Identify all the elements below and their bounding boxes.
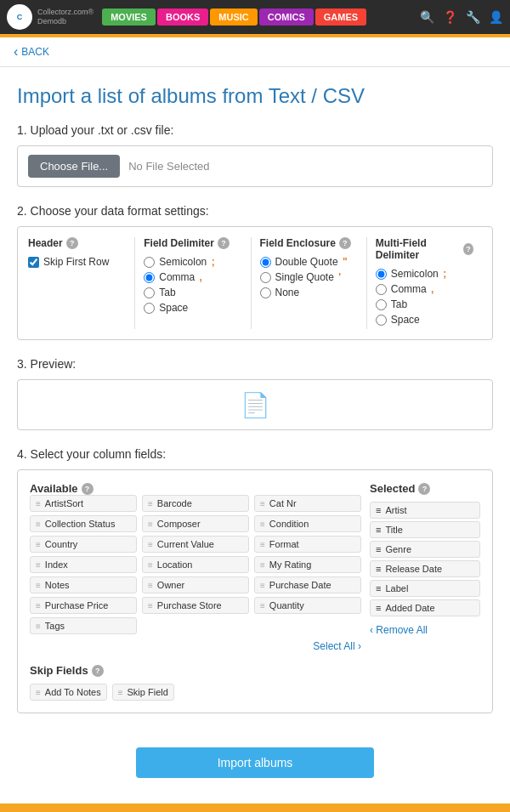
drag-icon: ≡ [36, 581, 41, 590]
list-item[interactable]: ≡Add To Notes [30, 684, 107, 701]
footer: Collectorz.com Connect © Copyright 2000-… [0, 803, 510, 812]
nav-tab-movies[interactable]: MOVIES [102, 9, 156, 26]
multi-field-delimiter-title: Multi-Field Delimiter ? [376, 237, 473, 261]
preview-area: 📄 [17, 379, 493, 430]
main-content: Import a list of albums from Text / CSV … [0, 67, 510, 803]
choose-file-button[interactable]: Choose File... [28, 155, 120, 178]
remove-all-link[interactable]: ‹ Remove All [370, 619, 480, 636]
nav-tab-comics[interactable]: COMICS [259, 9, 314, 26]
skip-fields-help-icon[interactable]: ? [92, 665, 104, 677]
available-label: Available ? [30, 482, 361, 495]
drag-icon: ≡ [148, 601, 153, 610]
available-col-1: ≡ArtistSort ≡Collection Status ≡Country … [30, 495, 137, 634]
multi-semicolon[interactable]: Semicolon ; [376, 268, 473, 280]
list-item[interactable]: ≡ArtistSort [30, 495, 137, 512]
back-link[interactable]: BACK [0, 37, 510, 67]
list-item[interactable]: ≡Title [370, 521, 480, 538]
list-item[interactable]: ≡Label [370, 580, 480, 597]
db-name: Demodb [37, 17, 94, 26]
list-item[interactable]: ≡Owner [142, 576, 249, 593]
list-item[interactable]: ≡Skip Field [112, 684, 174, 701]
list-item[interactable]: ≡Purchase Price [30, 597, 137, 614]
drag-icon: ≡ [376, 603, 381, 613]
nav-tabs: MOVIES BOOKS MUSIC COMICS GAMES [102, 9, 420, 26]
multi-field-help-icon[interactable]: ? [463, 243, 473, 255]
logo-text: Collectorz.com® Demodb [37, 8, 94, 26]
drag-icon: ≡ [148, 560, 153, 570]
list-item[interactable]: ≡Artist [370, 502, 480, 519]
list-item[interactable]: ≡Index [30, 556, 137, 573]
select-all-link[interactable]: Select All › [313, 640, 361, 652]
field-delimiter-title: Field Delimiter ? [144, 237, 241, 249]
page-title: Import a list of albums from Text / CSV [17, 84, 493, 108]
skip-fields-section: Skip Fields ? ≡Add To Notes ≡Skip Field [30, 664, 480, 701]
field-delimiter-help-icon[interactable]: ? [218, 237, 230, 249]
enclosure-double-quote[interactable]: Double Quote " [260, 256, 358, 268]
multi-tab[interactable]: Tab [376, 298, 473, 310]
drag-icon: ≡ [36, 601, 41, 610]
drag-icon: ≡ [376, 583, 381, 593]
list-item[interactable]: ≡Release Date [370, 560, 480, 577]
list-item[interactable]: ≡Cat Nr [254, 495, 361, 512]
import-albums-button[interactable]: Import albums [136, 747, 374, 778]
available-col-3: ≡Cat Nr ≡Condition ≡Format ≡My Rating ≡P… [254, 495, 361, 634]
delimiter-comma[interactable]: Comma , [144, 271, 241, 283]
available-help-icon[interactable]: ? [82, 483, 94, 495]
list-item[interactable]: ≡Composer [142, 515, 249, 532]
nav-tab-music[interactable]: MUSIC [210, 9, 257, 26]
drag-icon: ≡ [376, 505, 381, 515]
drag-icon: ≡ [148, 499, 153, 508]
settings-icon[interactable]: 🔧 [466, 10, 480, 24]
available-section: Available ? ≡ArtistSort ≡Collection Stat… [30, 482, 361, 652]
drag-icon: ≡ [148, 520, 153, 529]
drag-icon: ≡ [260, 540, 265, 549]
list-item[interactable]: ≡Location [142, 556, 249, 573]
delimiter-tab[interactable]: Tab [144, 287, 241, 298]
help-icon[interactable]: ❓ [443, 10, 457, 24]
search-icon[interactable]: 🔍 [420, 10, 434, 24]
skip-fields-label: Skip Fields ? [30, 664, 480, 677]
list-item[interactable]: ≡My Rating [254, 556, 361, 573]
field-enclosure-help-icon[interactable]: ? [339, 237, 351, 249]
brand-name: Collectorz.com® [37, 8, 94, 17]
multi-field-delimiter-col: Multi-Field Delimiter ? Semicolon ; Comm… [367, 237, 482, 329]
nav-tab-games[interactable]: GAMES [315, 9, 366, 26]
list-item[interactable]: ≡Collection Status [30, 515, 137, 532]
enclosure-none[interactable]: None [260, 287, 358, 298]
selected-help-icon[interactable]: ? [418, 483, 430, 495]
drag-icon: ≡ [376, 525, 381, 535]
list-item[interactable]: ≡Added Date [370, 599, 480, 616]
multi-comma[interactable]: Comma , [376, 283, 473, 295]
list-item[interactable]: ≡Barcode [142, 495, 249, 512]
drag-icon: ≡ [376, 544, 381, 554]
multi-space[interactable]: Space [376, 314, 473, 326]
nav-tab-books[interactable]: BOOKS [157, 9, 208, 26]
list-item[interactable]: ≡Notes [30, 576, 137, 593]
drag-icon: ≡ [260, 581, 265, 590]
list-item[interactable]: ≡Country [30, 536, 137, 553]
list-item[interactable]: ≡Current Value [142, 536, 249, 553]
selected-label: Selected ? [370, 482, 480, 495]
skip-first-row-checkbox[interactable] [28, 257, 39, 268]
select-all-row: Select All › [30, 634, 361, 652]
delimiter-semicolon[interactable]: Semicolon ; [144, 256, 241, 268]
selected-section: Selected ? ≡Artist ≡Title ≡Genre ≡Releas… [370, 482, 480, 652]
drag-icon: ≡ [376, 564, 381, 574]
delimiter-space[interactable]: Space [144, 302, 241, 314]
list-item[interactable]: ≡Genre [370, 541, 480, 558]
list-item[interactable]: ≡Tags [30, 617, 137, 634]
list-item[interactable]: ≡Purchase Date [254, 576, 361, 593]
step4-label: 4. Select your column fields: [17, 447, 493, 461]
list-item[interactable]: ≡Condition [254, 515, 361, 532]
field-delimiter-col: Field Delimiter ? Semicolon ; Comma , Ta… [135, 237, 251, 329]
list-item[interactable]: ≡Quantity [254, 597, 361, 614]
drag-icon: ≡ [148, 581, 153, 590]
enclosure-single-quote[interactable]: Single Quote ' [260, 271, 358, 283]
user-icon[interactable]: 👤 [489, 10, 503, 24]
drag-icon: ≡ [260, 499, 265, 508]
skip-first-row-option[interactable]: Skip First Row [28, 256, 126, 268]
header-col-title: Header ? [28, 237, 126, 249]
list-item[interactable]: ≡Purchase Store [142, 597, 249, 614]
header-help-icon[interactable]: ? [66, 237, 78, 249]
list-item[interactable]: ≡Format [254, 536, 361, 553]
